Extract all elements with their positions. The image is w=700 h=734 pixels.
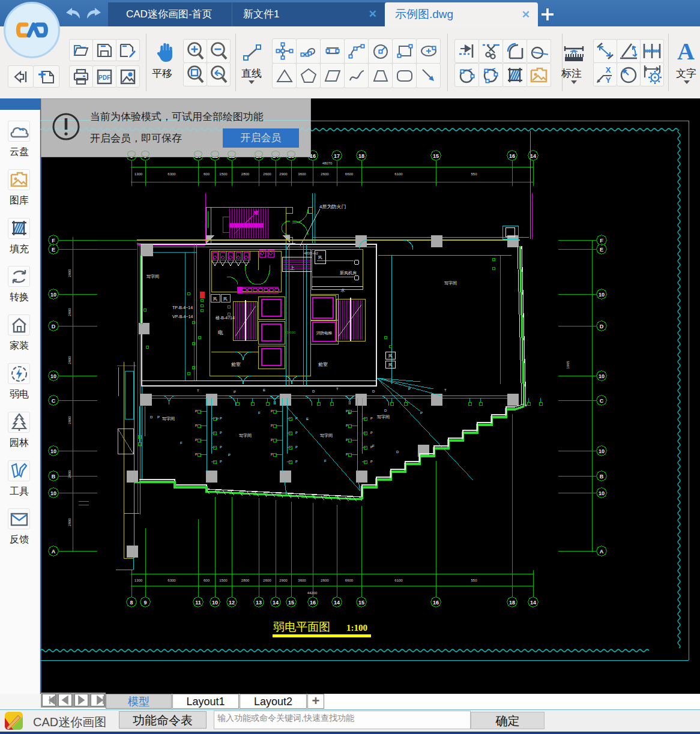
svg-text:10: 10 [50,448,56,454]
svg-text:14: 14 [530,600,536,606]
svg-text:写字间: 写字间 [444,281,457,286]
svg-text:C: C [52,398,56,404]
svg-text:2600: 2600 [263,579,271,582]
svg-text:P: P [271,409,273,413]
svg-text:消防电梯: 消防电梯 [316,331,332,335]
svg-text:600: 600 [204,579,210,582]
svg-text:18: 18 [358,153,364,159]
svg-text:2800: 2800 [241,172,250,176]
svg-text:1500: 1500 [219,579,228,582]
svg-text:P: P [220,445,222,449]
svg-text:48070: 48070 [322,161,333,165]
svg-text:9: 9 [143,600,146,606]
svg-text:10: 10 [599,490,605,496]
svg-text:B: B [52,474,56,480]
svg-text:P: P [220,460,222,463]
svg-text:风: 风 [223,296,228,301]
svg-text:A: A [52,549,56,555]
svg-text:6300: 6300 [167,579,176,582]
svg-text:P: P [157,415,160,419]
svg-text:P: P [346,453,348,456]
svg-text:F: F [180,441,183,445]
svg-text:15: 15 [433,153,439,159]
svg-text:前室: 前室 [318,362,328,367]
svg-text:10: 10 [599,448,605,454]
svg-text:PDF: PDF [98,74,110,81]
svg-text:写字间: 写字间 [377,415,390,420]
svg-text:6600: 6600 [345,172,354,176]
svg-text:16: 16 [310,600,316,606]
svg-text:P: P [216,417,219,421]
svg-text:1965: 1965 [566,361,570,369]
svg-text:B: B [600,474,604,480]
svg-text:D: D [600,323,604,329]
svg-text:D: D [52,323,56,329]
svg-text:A: A [600,549,604,555]
svg-text:写字间: 写字间 [320,433,333,438]
svg-text:前室: 前室 [231,362,241,367]
svg-text:F: F [372,444,375,448]
svg-text:写字间: 写字间 [162,417,175,421]
svg-text:楼-B-4714: 楼-B-4714 [216,316,235,320]
svg-text:3600: 3600 [298,172,306,176]
svg-text:2800: 2800 [68,470,71,478]
svg-text:14: 14 [530,153,536,159]
svg-text:2800: 2800 [68,269,71,277]
svg-text:风: 风 [388,362,393,367]
svg-text:2800: 2800 [68,416,71,424]
svg-text:E: E [600,247,603,253]
svg-text:17: 17 [334,153,340,159]
svg-text:P: P [271,453,273,456]
svg-text:TP-B-4~14: TP-B-4~14 [172,305,193,310]
svg-text:8: 8 [130,600,133,606]
svg-text:P: P [370,460,373,463]
svg-text:P: P [346,438,348,442]
svg-text:18: 18 [509,600,515,606]
svg-text:上: 上 [289,265,295,271]
svg-text:写字间: 写字间 [239,433,252,438]
svg-text:水: 水 [341,288,345,292]
svg-text:新风机房: 新风机房 [340,270,357,275]
svg-text:D: D [372,390,375,393]
svg-text:2600: 2600 [263,172,271,176]
svg-text:550: 550 [471,172,477,176]
svg-text:P: P [420,411,423,415]
svg-text:14: 14 [273,600,279,606]
svg-text:E: E [306,417,309,421]
svg-text:2800: 2800 [68,356,71,364]
svg-text:1500: 1500 [219,172,228,176]
svg-text:16: 16 [433,600,439,606]
svg-text:2900: 2900 [279,579,288,582]
svg-text:1300: 1300 [134,172,143,176]
svg-text:6300: 6300 [167,172,176,176]
svg-text:D: D [150,415,153,419]
svg-text:D: D [396,450,399,454]
svg-text:F: F [52,238,55,244]
svg-text:10: 10 [50,292,56,298]
svg-text:16: 16 [509,153,515,159]
svg-text:F: F [258,411,261,415]
svg-text:2900: 2900 [279,172,288,176]
svg-text:P: P [408,387,411,391]
svg-text:P: P [295,445,298,449]
svg-text:P: P [195,438,198,442]
svg-text:D: D [312,390,315,393]
svg-text:E: E [52,247,55,253]
svg-text:电: 电 [218,329,223,335]
svg-text:14: 14 [334,600,340,606]
svg-text:D: D [384,409,387,412]
svg-text:写字间: 写字间 [146,274,159,279]
svg-text:F: F [600,238,603,244]
svg-text:弱电平面图: 弱电平面图 [273,621,330,633]
svg-text:10: 10 [599,292,605,298]
svg-text:15: 15 [288,600,294,606]
svg-text:1300: 1300 [134,579,143,582]
svg-text:10: 10 [599,373,605,379]
svg-text:P: P [346,424,348,427]
svg-text:2800: 2800 [68,308,71,316]
svg-text:T: T [336,387,339,391]
svg-text:风: 风 [213,296,217,301]
svg-text:15: 15 [358,600,364,606]
svg-text:P: P [220,431,222,435]
svg-text:2800: 2800 [241,579,250,582]
